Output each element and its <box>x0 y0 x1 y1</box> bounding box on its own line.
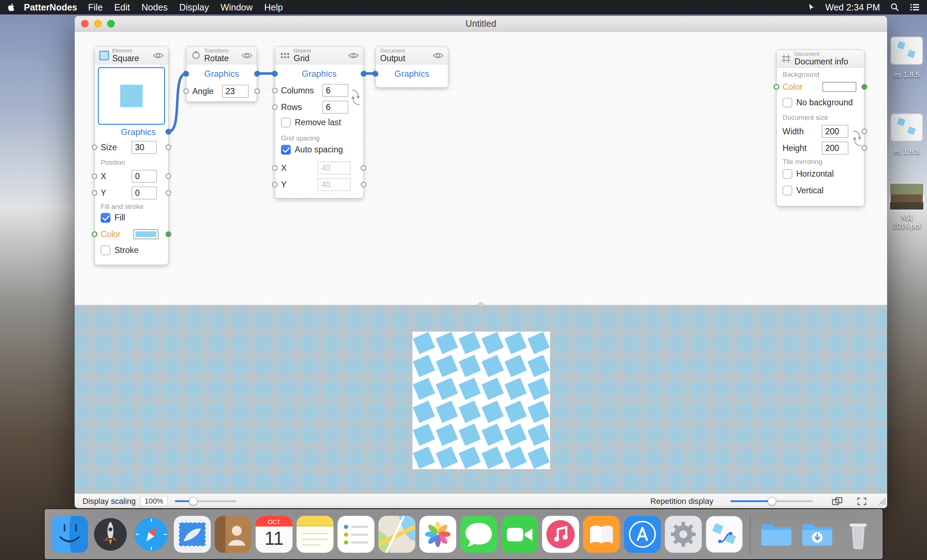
dock-patternodes[interactable] <box>706 516 743 553</box>
rows-input[interactable] <box>322 101 348 114</box>
dock-app-store[interactable] <box>624 516 661 553</box>
size-output-port[interactable] <box>166 144 171 150</box>
menu-edit[interactable]: Edit <box>114 2 130 13</box>
graphics-input-port[interactable] <box>272 71 278 77</box>
zoom-button[interactable] <box>107 20 115 27</box>
dock-messages[interactable] <box>460 516 497 553</box>
stroke-checkbox[interactable] <box>101 246 111 255</box>
graphics-output-port[interactable] <box>166 129 171 135</box>
fullscreen-preview-button[interactable] <box>853 495 871 507</box>
dock-safari[interactable] <box>133 516 170 553</box>
width-output-port[interactable] <box>862 129 867 134</box>
dock-calendar[interactable]: OCT11 <box>256 516 293 553</box>
dock-launchpad[interactable] <box>92 516 129 553</box>
fill-checkbox[interactable] <box>101 213 111 223</box>
resize-grip[interactable] <box>877 496 886 507</box>
spacing-x-output-port[interactable] <box>361 165 366 171</box>
menu-file[interactable]: File <box>88 2 102 13</box>
dock-reminders[interactable] <box>337 516 374 553</box>
color-output-port[interactable] <box>166 231 171 237</box>
eye-icon[interactable] <box>242 52 252 61</box>
dock-itunes[interactable] <box>542 516 579 553</box>
node-canvas[interactable]: Element Square Graphics Size Position X … <box>74 32 887 305</box>
node-rotate-header[interactable]: Transform Rotate <box>187 47 257 64</box>
node-document-info-header[interactable]: Document Document info <box>777 50 864 68</box>
dock-contacts[interactable] <box>215 516 252 553</box>
spacing-y-input-port[interactable] <box>272 182 278 188</box>
node-grid[interactable]: Repeat Grid Graphics Columns Rows Remove… <box>275 46 363 198</box>
apple-menu-icon[interactable] <box>7 3 14 12</box>
node-square[interactable]: Element Square Graphics Size Position X … <box>94 46 169 265</box>
desktop-icon-disk-image-2[interactable]: es 1.8.5 <box>883 113 927 156</box>
dock-downloads-folder[interactable] <box>799 516 836 553</box>
eye-icon[interactable] <box>348 52 359 61</box>
menu-display[interactable]: Display <box>179 2 209 13</box>
height-output-port[interactable] <box>862 145 867 151</box>
node-document-info[interactable]: Document Document info Background Color … <box>777 50 864 206</box>
dock-mail[interactable] <box>174 516 211 553</box>
dock-trash[interactable] <box>840 516 877 553</box>
y-input[interactable] <box>131 187 157 199</box>
eye-icon[interactable] <box>433 52 444 61</box>
node-output-header[interactable]: Document Output <box>376 47 448 64</box>
desktop-icon-pdf[interactable]: МД2016.pdf <box>883 183 927 231</box>
dock-folder[interactable] <box>758 516 795 553</box>
size-input[interactable] <box>131 141 157 154</box>
color-input-port[interactable] <box>92 231 97 237</box>
link-values-icon[interactable] <box>351 86 360 109</box>
angle-output-port[interactable] <box>254 88 260 94</box>
dock-system-preferences[interactable] <box>665 516 702 553</box>
menu-window[interactable]: Window <box>220 2 253 13</box>
columns-input[interactable] <box>322 84 348 97</box>
spacing-y-input[interactable] <box>318 178 351 191</box>
height-input[interactable] <box>822 141 848 155</box>
repetition-display-slider[interactable] <box>730 494 813 508</box>
node-square-header[interactable]: Element Square <box>95 47 168 64</box>
rows-input-port[interactable] <box>272 104 278 110</box>
graphics-output-port[interactable] <box>254 71 260 77</box>
spacing-x-input-port[interactable] <box>272 165 278 171</box>
dock-ibooks[interactable] <box>583 516 620 553</box>
node-rotate[interactable]: Transform Rotate Graphics Angle <box>186 46 257 102</box>
tile-view-button[interactable] <box>828 495 846 507</box>
no-background-checkbox[interactable] <box>783 98 792 108</box>
slider-knob[interactable] <box>767 497 776 505</box>
display-scaling-slider[interactable] <box>175 494 237 508</box>
node-grid-header[interactable]: Repeat Grid <box>275 47 363 64</box>
remove-last-checkbox[interactable] <box>281 118 291 127</box>
fill-color-swatch[interactable] <box>133 229 159 239</box>
eye-icon[interactable] <box>153 52 164 61</box>
menu-nodes[interactable]: Nodes <box>141 2 168 13</box>
slider-knob[interactable] <box>189 497 198 505</box>
y-input-port[interactable] <box>92 190 97 196</box>
graphics-output-port[interactable] <box>361 71 366 77</box>
x-input[interactable] <box>131 170 157 183</box>
spacing-y-output-port[interactable] <box>361 182 366 188</box>
graphics-input-port[interactable] <box>183 71 189 77</box>
pattern-preview[interactable] <box>74 305 887 493</box>
minimize-button[interactable] <box>94 20 102 27</box>
y-output-port[interactable] <box>166 190 171 196</box>
dock-photos[interactable] <box>419 516 456 553</box>
desktop-icon-disk-image-1[interactable]: es 1.8.5 <box>883 36 927 79</box>
close-button[interactable] <box>81 20 89 27</box>
x-input-port[interactable] <box>92 173 97 179</box>
menu-clock[interactable]: Wed 2:34 PM <box>825 2 880 13</box>
width-input[interactable] <box>822 125 848 138</box>
dock-finder[interactable] <box>51 516 88 553</box>
display-scaling-value[interactable]: 100% <box>140 496 168 506</box>
link-values-icon[interactable] <box>853 127 862 150</box>
vertical-mirror-checkbox[interactable] <box>783 186 792 196</box>
x-output-port[interactable] <box>166 173 171 179</box>
spotlight-search-icon[interactable] <box>890 3 900 12</box>
notification-center-icon[interactable] <box>910 3 920 12</box>
divider-handle[interactable] <box>478 303 484 307</box>
horizontal-mirror-checkbox[interactable] <box>783 169 792 179</box>
dock-facetime[interactable] <box>501 516 538 553</box>
background-color-output-port[interactable] <box>862 84 867 90</box>
background-color-input-port[interactable] <box>774 84 779 90</box>
size-input-port[interactable] <box>92 144 97 150</box>
background-color-swatch[interactable] <box>822 82 856 92</box>
dock-maps[interactable] <box>378 516 415 553</box>
graphics-input-port[interactable] <box>372 71 378 77</box>
